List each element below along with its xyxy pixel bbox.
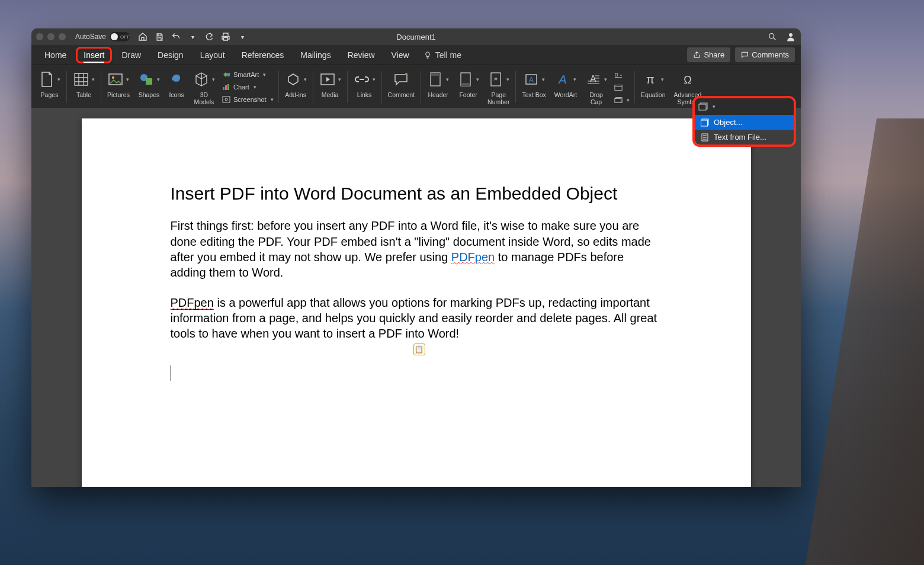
tab-insert[interactable]: Insert bbox=[76, 47, 112, 63]
dropcap-button[interactable]: A▾ Drop Cap bbox=[582, 68, 611, 107]
page-icon bbox=[38, 71, 55, 88]
tab-mailings[interactable]: Mailings bbox=[293, 47, 338, 63]
table-button[interactable]: ▾ Table bbox=[69, 68, 98, 107]
symbol-icon: Ω bbox=[679, 71, 696, 88]
pages-button[interactable]: ▾ Pages bbox=[35, 68, 64, 107]
paste-options-icon[interactable]: 📋 bbox=[413, 344, 425, 355]
tell-me-search[interactable]: Tell me bbox=[424, 50, 461, 60]
equation-button[interactable]: π▾ Equation bbox=[637, 68, 669, 107]
window-controls bbox=[36, 33, 66, 40]
object-dropdown-trigger[interactable]: ▾ bbox=[695, 98, 794, 115]
wordart-button[interactable]: A▾ WordArt bbox=[551, 68, 580, 107]
header-button[interactable]: ▾ Header bbox=[424, 68, 453, 107]
shapes-label: Shapes bbox=[139, 91, 160, 105]
tell-me-label: Tell me bbox=[435, 50, 461, 60]
comments-label: Comments bbox=[752, 50, 789, 59]
datetime-button[interactable] bbox=[614, 82, 630, 93]
screenshot-label: Screenshot bbox=[233, 96, 267, 103]
document-viewport[interactable]: Insert PDF into Word Document as an Embe… bbox=[31, 108, 801, 487]
p2-text-a: PDFpen bbox=[171, 296, 214, 310]
pages-label: Pages bbox=[41, 91, 59, 105]
ribbon-tabs: Home Insert Draw Design Layout Reference… bbox=[31, 45, 801, 65]
3d-models-button[interactable]: ▾ 3D Models bbox=[190, 68, 219, 107]
pictures-button[interactable]: ▾ Pictures bbox=[104, 68, 133, 107]
new-comment-icon bbox=[393, 71, 409, 88]
pictures-label: Pictures bbox=[107, 91, 130, 105]
minimize-window-button[interactable] bbox=[47, 33, 54, 40]
tab-view[interactable]: View bbox=[384, 47, 416, 63]
screenshot-icon bbox=[222, 95, 230, 104]
svg-text:Ω: Ω bbox=[684, 74, 691, 86]
link-icon bbox=[354, 71, 370, 88]
comments-button[interactable]: Comments bbox=[735, 47, 795, 62]
account-icon[interactable] bbox=[785, 31, 796, 42]
undo-dropdown-icon[interactable]: ▾ bbox=[188, 32, 197, 41]
autosave-group: AutoSave OFF bbox=[75, 32, 130, 41]
smartart-button[interactable]: SmartArt▾ bbox=[222, 69, 274, 80]
redo-icon[interactable] bbox=[204, 32, 214, 41]
addins-button[interactable]: ▾ Add-ins bbox=[281, 68, 310, 107]
qat-dropdown-icon[interactable]: ▾ bbox=[238, 32, 247, 41]
object-menu-icon bbox=[701, 118, 709, 127]
svg-rect-29 bbox=[699, 104, 706, 110]
menu-item-object[interactable]: Object... bbox=[695, 115, 794, 130]
comment-button[interactable]: Comment bbox=[384, 68, 419, 107]
wordart-icon: A bbox=[554, 71, 571, 88]
tab-review[interactable]: Review bbox=[341, 47, 382, 63]
document-page[interactable]: Insert PDF into Word Document as an Embe… bbox=[82, 118, 751, 487]
chart-button[interactable]: Chart▾ bbox=[222, 82, 274, 92]
p2-text-b: is a powerful app that allows you option… bbox=[171, 296, 657, 341]
comment-label: Comment bbox=[388, 91, 415, 105]
dropcap-label: Drop Cap bbox=[589, 91, 603, 105]
pagenum-label: Page Number bbox=[487, 91, 509, 105]
shapes-icon bbox=[138, 71, 155, 88]
shapes-button[interactable]: ▾ Shapes bbox=[134, 68, 163, 107]
search-icon[interactable] bbox=[768, 32, 777, 41]
media-icon bbox=[319, 71, 336, 88]
undo-icon[interactable] bbox=[171, 32, 181, 41]
cube-icon bbox=[193, 71, 210, 88]
ribbon: ▾ Pages ▾ Table ▾ Pictures ▾ Shapes Icon… bbox=[31, 65, 801, 108]
close-window-button[interactable] bbox=[36, 33, 43, 40]
chart-icon bbox=[222, 83, 230, 91]
svg-text:A: A bbox=[559, 73, 567, 86]
tab-draw[interactable]: Draw bbox=[114, 47, 148, 63]
chevron-down-icon: ▾ bbox=[713, 104, 716, 110]
tab-home[interactable]: Home bbox=[37, 47, 73, 63]
menu-item-text-from-file[interactable]: Text from File... bbox=[695, 130, 794, 145]
signature-line-button[interactable] bbox=[614, 70, 630, 81]
object-dropdown-highlight: ▾ Object... Text from File... bbox=[692, 96, 796, 147]
autosave-toggle[interactable]: OFF bbox=[110, 32, 130, 41]
object-button[interactable]: ▾ bbox=[614, 95, 630, 105]
page-number-button[interactable]: #▾ Page Number bbox=[484, 68, 513, 107]
footer-button[interactable]: ▾ Footer bbox=[454, 68, 483, 107]
icons-label: Icons bbox=[169, 91, 184, 105]
textbox-button[interactable]: A▾ Text Box bbox=[518, 68, 549, 107]
table-icon bbox=[73, 71, 89, 88]
share-button[interactable]: Share bbox=[687, 47, 730, 62]
pdfpen-link[interactable]: PDFpen bbox=[451, 251, 495, 264]
object-trigger-icon bbox=[698, 102, 708, 111]
zoom-window-button[interactable] bbox=[59, 33, 66, 40]
tab-design[interactable]: Design bbox=[150, 47, 191, 63]
object-dropdown-menu: Object... Text from File... bbox=[695, 115, 794, 145]
icons-button[interactable]: Icons bbox=[165, 68, 188, 107]
svg-rect-5 bbox=[146, 78, 152, 85]
media-button[interactable]: ▾ Media bbox=[316, 68, 345, 107]
header-label: Header bbox=[428, 91, 448, 105]
links-button[interactable]: ▾ Links bbox=[350, 68, 379, 107]
comment-icon bbox=[741, 51, 749, 59]
tab-references[interactable]: References bbox=[235, 47, 291, 63]
save-icon[interactable] bbox=[155, 32, 164, 41]
svg-text:#: # bbox=[495, 76, 498, 82]
links-label: Links bbox=[357, 91, 372, 105]
screenshot-button[interactable]: Screenshot▾ bbox=[222, 94, 274, 105]
textbox-label: Text Box bbox=[522, 91, 546, 105]
tab-layout[interactable]: Layout bbox=[193, 47, 232, 63]
home-icon[interactable] bbox=[138, 32, 147, 41]
share-label: Share bbox=[704, 50, 724, 59]
textfile-menu-icon bbox=[701, 133, 709, 142]
textbox-icon: A bbox=[523, 71, 540, 88]
illustrations-stack: SmartArt▾ Chart▾ Screenshot▾ bbox=[220, 68, 276, 107]
print-icon[interactable] bbox=[221, 32, 230, 41]
